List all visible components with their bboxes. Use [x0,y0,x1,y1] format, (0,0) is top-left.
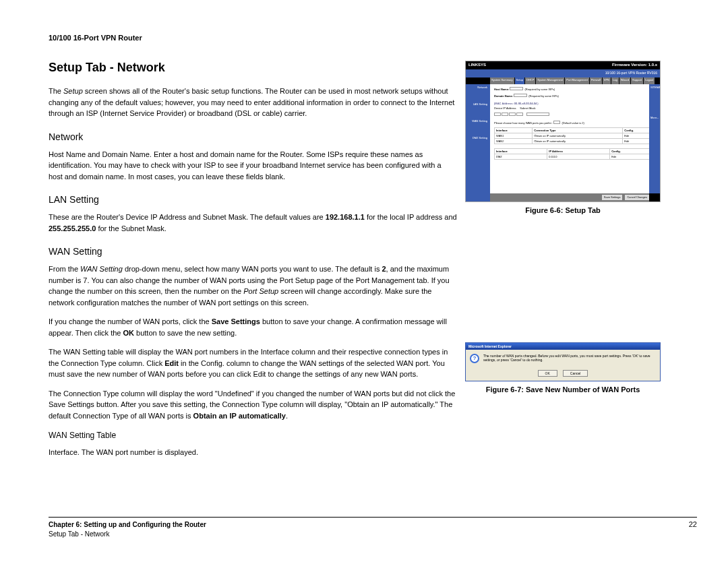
lan-ip-label: Device IP Address [494,106,516,110]
tab-system-summary[interactable]: System Summary [490,77,514,84]
save-settings-button[interactable]: Save Settings [602,195,623,200]
lan-ip: 192.168.1.1 [326,213,365,221]
lan-ip-octet-4[interactable] [516,113,523,116]
text: button to save the new setting. [134,329,237,337]
dialog-titlebar: Microsoft Internet Explorer [466,343,660,350]
brand-bar: LINKSYS Firmware Version: 1.0.x [466,61,660,69]
wan-prompt-pre: Please choose how many WAN ports you pre… [494,121,553,125]
side-column: LINKSYS Firmware Version: 1.0.x 10/100 1… [465,61,661,466]
cell-ip: 0.0.0.0 [547,154,610,160]
host-hint: (Required by some ISPs) [524,88,555,91]
text: for the Subnet Mask. [96,224,166,232]
cell-iface: WAN2 [495,139,533,144]
text: From the [49,265,80,273]
wan-p2: If you change the number of WAN ports, c… [49,316,457,338]
text: . [286,412,288,420]
nav-label-lan-setting: LAN Setting [467,102,489,106]
text-b: Obtain an IP automatically [193,412,286,420]
main-column: Setup Tab - Network The Setup screen sho… [49,61,457,466]
tab-vpn[interactable]: VPN [603,77,611,84]
text: The [49,87,63,95]
tab-logout[interactable]: Logout [644,77,655,84]
table-row: DMZ 0.0.0.0 Edit [495,154,656,160]
wan-p3: The WAN Setting table will display the W… [49,346,457,380]
wan-p1: From the WAN Setting drop-down menu, sel… [49,263,457,308]
wan-heading: WAN Setting [49,246,457,257]
brand-logo: LINKSYS [468,63,486,68]
page-footer: Chapter 6: Setting up and Configuring th… [49,517,697,539]
cisco-logo [649,193,660,201]
lan-ip-octet-1[interactable] [494,113,501,116]
host-label: Host Name: [494,88,509,91]
firmware-label: Firmware Version: 1.0.x [612,63,657,68]
more-link[interactable]: More... [650,116,659,119]
text: for the local IP address and [365,213,457,221]
text-em: Port Setup [243,287,278,295]
tab-firewall[interactable]: Firewall [590,77,602,84]
text: These are the Router's Device IP Address… [49,213,326,221]
footer-section: Setup Tab - Network [49,530,206,539]
tab-support[interactable]: Support [631,77,643,84]
text-b: OK [123,329,134,337]
nav-label-dmz-setting: DMZ Setting [467,136,489,139]
lan-mask-label: Subnet Mask [520,106,535,110]
bottom-bar: Save Settings Cancel Changes [490,193,660,201]
dmz-col-ip: IP Address [547,149,610,154]
section-title: Setup Tab - Network [49,61,457,75]
figure-6-7-caption: Figure 6-7: Save New Number of WAN Ports [465,385,661,394]
figure-save-dialog: Microsoft Internet Explorer ? The number… [465,342,661,381]
dmz-col-interface: Interface [495,149,547,154]
tab-setup[interactable]: Setup [515,77,524,84]
figure-setup-tab: LINKSYS Firmware Version: 1.0.x 10/100 1… [465,61,661,202]
nav-label-wan-setting: WAN Setting [467,119,489,123]
wan-count-select[interactable] [553,121,560,124]
product-header: 10/100 16-Port VPN Router [49,34,697,42]
lan-ip-octet-3[interactable] [509,113,516,116]
dmz-table: Interface IP Address Config. DMZ 0.0.0.0… [494,148,656,160]
tab-wizard[interactable]: Wizard [619,77,630,84]
nav-item-network[interactable]: Network [467,86,489,89]
lan-mask: 255.255.255.0 [49,224,96,232]
wan-table-heading: WAN Setting Table [49,431,457,440]
wan-table: Interface Connection Type Config. WAN1 O… [494,127,656,144]
lan-heading: LAN Setting [49,194,457,205]
text-em: Setup [63,87,83,95]
wan-col-interface: Interface [495,128,533,133]
network-heading: Network [49,131,457,142]
tab-system-management[interactable]: System Management [536,77,564,84]
text-b: Save Settings [212,317,260,325]
lan-mac-head: (MAC Address: 00-90-a9-00-04-04 ) [494,102,656,105]
tab-log[interactable]: Log [611,77,619,84]
form-area: Host Name: (Required by some ISPs) Domai… [490,84,660,202]
question-icon: ? [470,354,479,363]
wan-prompt-post: (Default value is 2) [562,121,584,125]
lan-ip-octet-2[interactable] [502,113,508,116]
wan-table-p1: Interface. The WAN port number is displa… [49,447,457,458]
ok-button[interactable]: OK [538,370,557,377]
lan-mask-select[interactable] [526,113,549,116]
domain-input[interactable] [514,94,527,97]
footer-chapter: Chapter 6: Setting up and Configuring th… [49,520,206,530]
cancel-changes-button[interactable]: Cancel Changes [625,195,649,200]
text-em: WAN Setting [80,265,123,273]
sitemap-panel: SITEMAP More... [649,84,660,202]
tab-dhcp[interactable]: DHCP [525,77,535,84]
table-row: WAN1 Obtain an IP automatically Edit [495,133,656,139]
cell-ctype: Obtain an IP automatically [533,133,623,139]
lan-p1: These are the Router's Device IP Address… [49,212,457,234]
content-row: Setup Tab - Network The Setup screen sho… [49,61,697,466]
cancel-button[interactable]: Cancel [563,370,588,377]
text: drop-down menu, select how many WAN port… [123,265,382,273]
cell-ctype: Obtain an IP automatically [533,139,623,144]
page-number: 22 [689,520,697,528]
dialog-message: The number of WAN ports changed. Before … [483,354,656,362]
text: If you change the number of WAN ports, c… [49,317,212,325]
sitemap-label: SITEMAP [650,86,659,89]
intro-paragraph: The Setup screen shows all of the Router… [49,86,457,119]
tab-port-management[interactable]: Port Management [565,77,589,84]
host-input[interactable] [510,87,523,90]
domain-hint: (Required by some ISPs) [528,94,559,98]
wan-p4: The Connection Type column will display … [49,388,457,422]
table-row: WAN2 Obtain an IP automatically Edit [495,139,656,144]
model-bar: 10/100 16-port VPN Router RV016 [466,69,660,77]
